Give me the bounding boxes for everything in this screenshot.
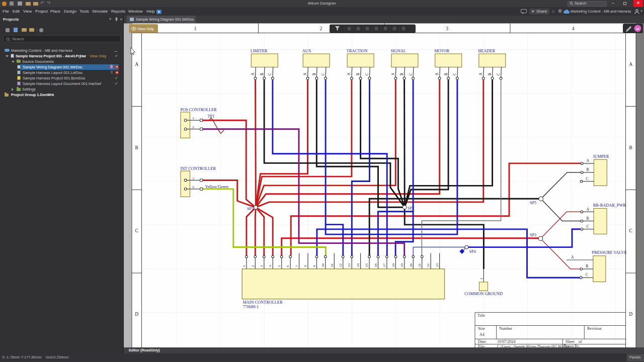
svg-text:C: C [586,224,589,229]
svg-text:20: 20 [409,263,413,267]
svg-text:17: 17 [382,263,386,267]
svg-text:13: 13 [347,263,351,267]
svg-text:Title: Title [477,313,485,318]
svg-text:19: 19 [400,263,404,267]
svg-text:HEADER: HEADER [478,49,495,53]
svg-text:6: 6 [286,265,290,267]
svg-text:A: A [571,255,574,259]
svg-text:B: B [260,73,264,75]
svg-text:POS CONTROLLER: POS CONTROLLER [181,108,217,112]
svg-text:B: B [587,167,589,172]
svg-text:2: 2 [192,125,194,129]
svg-text:12: 12 [339,263,343,267]
svg-text:7: 7 [295,265,299,267]
svg-text:SP3: SP3 [530,233,536,237]
svg-text:B: B [135,145,138,150]
svg-text:Date:: Date: [478,339,487,344]
svg-text:1: 1 [194,26,197,31]
svg-text:1: 1 [192,176,194,180]
svg-text:A: A [478,72,483,75]
svg-text:A: A [391,72,395,75]
svg-text:PRESSURE VALVE: PRESSURE VALVE [592,250,626,255]
svg-text:A: A [435,72,439,75]
svg-text:A: A [135,62,138,67]
svg-text:A: A [251,72,255,75]
svg-text:Yellow/Green: Yellow/Green [205,185,229,189]
svg-text:Number: Number [499,326,513,331]
svg-text:COMMON GROUND: COMMON GROUND [464,292,503,296]
svg-text:B: B [312,73,316,75]
svg-text:MAIN CONTROLLER: MAIN CONTROLLER [243,300,283,305]
svg-text:C: C [629,228,632,233]
svg-text:2: 2 [251,265,255,267]
svg-text:21: 21 [418,263,422,267]
svg-text:B: B [356,73,360,75]
svg-text:SIGNAL: SIGNAL [390,49,406,53]
svg-text:LIMITER: LIMITER [251,49,268,53]
svg-text:4: 4 [572,26,575,31]
svg-text:770680-1: 770680-1 [243,305,259,309]
svg-text:C: C [409,73,413,75]
svg-text:1: 1 [479,278,484,280]
svg-text:of: of [579,339,582,344]
svg-text:22: 22 [426,263,430,267]
svg-text:B: B [399,73,404,75]
svg-text:B: B [629,145,632,150]
svg-text:A: A [347,72,351,75]
svg-text:C: C [268,73,272,75]
svg-text:SP4: SP4 [469,249,476,254]
svg-text:A: A [586,207,589,212]
svg-text:AUX: AUX [302,49,311,53]
svg-text:4: 4 [268,265,272,267]
svg-text:2: 2 [192,185,194,189]
svg-text:D: D [629,312,632,317]
svg-text:16: 16 [374,263,378,267]
svg-text:Size: Size [478,326,485,331]
svg-text:C: C [496,73,501,75]
svg-text:C: C [586,273,588,277]
svg-text:View Only: View Only [137,27,154,31]
svg-text:Revision: Revision [587,326,601,331]
svg-text:MOTOR: MOTOR [434,49,449,53]
svg-text:3: 3 [260,265,264,267]
svg-text:C: C [321,73,326,75]
svg-text:A: A [587,158,590,163]
svg-text:SP5: SP5 [530,201,536,205]
svg-text:Sheet: Sheet [566,339,575,344]
svg-text:A4: A4 [479,332,485,337]
svg-text:15: 15 [365,263,369,267]
svg-text:A: A [629,62,632,67]
svg-text:1: 1 [192,116,194,120]
svg-text:SP2: SP2 [408,206,414,211]
svg-text:8: 8 [303,265,307,267]
svg-text:TP1: TP1 [208,114,215,119]
svg-text:11: 11 [330,263,334,267]
svg-text:B: B [444,73,448,75]
svg-text:A: A [303,72,307,75]
svg-text:M: M [636,27,639,31]
svg-text:SP1: SP1 [247,207,254,211]
svg-text:B: B [488,73,492,75]
svg-text:C: C [365,73,369,75]
svg-text:B: B [586,216,589,221]
svg-text:C: C [135,228,138,233]
svg-text:C: C [452,73,457,75]
svg-text:1: 1 [242,265,246,267]
svg-text:B: B [586,264,588,268]
svg-text:9: 9 [312,265,316,267]
svg-text:5: 5 [277,265,281,267]
svg-text:D: D [135,312,138,317]
svg-text:TRACTION: TRACTION [347,49,368,53]
svg-text:23: 23 [435,263,439,267]
svg-text:2: 2 [320,26,323,31]
svg-text:14: 14 [356,263,360,267]
svg-text:10/07/2024: 10/07/2024 [497,339,515,344]
svg-text:10: 10 [321,263,325,267]
svg-text:18: 18 [391,263,395,267]
svg-text:3: 3 [446,26,448,31]
svg-text:C: C [586,176,589,181]
svg-text:INT CONTROLLER: INT CONTROLLER [181,166,216,171]
svg-text:RB-RADAR_PWR: RB-RADAR_PWR [593,203,626,208]
svg-text:JUMPER: JUMPER [593,154,609,159]
